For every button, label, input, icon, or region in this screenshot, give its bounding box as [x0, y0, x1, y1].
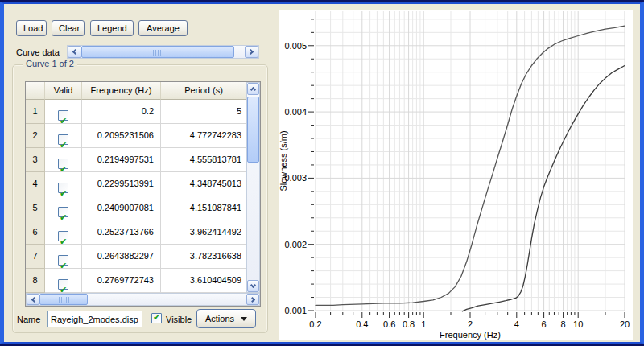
valid-checkbox[interactable] [58, 255, 68, 266]
curve-data-label: Curve data [16, 47, 60, 57]
table-hscrollbar-thumb[interactable] [39, 294, 88, 305]
period-cell[interactable]: 4.772742283 [161, 124, 247, 148]
x-tick-label: 10 [573, 319, 583, 329]
thumb-grip-icon [153, 50, 163, 56]
x-tick-label: 0.6 [383, 319, 395, 329]
dropdown-caret-icon [241, 317, 247, 321]
header-row-number [26, 82, 45, 100]
frequency-cell[interactable]: 0.2299513991 [82, 172, 161, 196]
table-body: 10.2520.20952315064.77274228330.21949975… [26, 100, 260, 293]
frequency-cell[interactable]: 0.2095231506 [82, 124, 161, 148]
visible-checkbox[interactable] [151, 313, 162, 323]
valid-checkbox[interactable] [58, 159, 68, 169]
scroll-right-button[interactable] [246, 294, 259, 305]
header-period[interactable]: Period (s) [161, 82, 247, 100]
chevron-left-icon [72, 49, 78, 55]
x-tick-label: 0.8 [402, 319, 415, 329]
period-cell[interactable]: 4.151087841 [161, 196, 247, 220]
frequency-cell[interactable]: 0.2409007081 [82, 196, 161, 220]
frequency-cell[interactable]: 0.2523713766 [82, 220, 161, 245]
scroll-left-button[interactable] [68, 46, 81, 58]
x-tick-label: 20 [620, 319, 630, 329]
period-cell[interactable]: 3.962414492 [161, 220, 247, 245]
frequency-cell[interactable]: 0.2194997531 [82, 148, 161, 172]
gridlines [316, 11, 625, 311]
table-vscrollbar-thumb[interactable] [247, 97, 259, 163]
valid-checkbox[interactable] [58, 207, 68, 217]
period-cell[interactable]: 3.782316638 [161, 245, 247, 269]
chevron-up-icon [250, 87, 256, 93]
scroll-right-button[interactable] [245, 46, 258, 58]
visible-label: Visible [166, 315, 192, 324]
period-cell[interactable]: 4.555813781 [161, 148, 247, 172]
x-tick-label: 0.2 [309, 319, 321, 329]
header-valid[interactable]: Valid [45, 82, 82, 100]
period-cell[interactable]: 5 [161, 100, 247, 124]
thumb-grip-icon [59, 297, 69, 303]
period-cell[interactable]: 4.348745013 [161, 172, 247, 196]
y-tick-label: 0.005 [284, 41, 307, 51]
average-button[interactable]: Average [138, 20, 188, 36]
scroll-left-button[interactable] [27, 294, 39, 305]
curve-groupbox: Curve 1 of 2 Valid Frequency (Hz) Period… [12, 64, 268, 333]
chevron-right-icon [249, 296, 254, 302]
curve-data-scrollbar-thumb[interactable] [81, 46, 234, 58]
row-number: 2 [26, 124, 45, 148]
valid-checkbox[interactable] [58, 110, 68, 121]
frequency-cell[interactable]: 0.2769772743 [82, 269, 161, 293]
row-number: 8 [26, 269, 45, 293]
scroll-down-button[interactable] [247, 280, 259, 292]
row-number: 6 [26, 220, 45, 245]
valid-checkbox[interactable] [58, 134, 68, 145]
valid-checkbox[interactable] [58, 231, 68, 241]
actions-button[interactable]: Actions [196, 309, 256, 328]
y-tick-label: 0.004 [284, 107, 307, 117]
table-vscrollbar[interactable] [246, 82, 260, 293]
actions-button-label: Actions [205, 312, 234, 326]
valid-cell [45, 100, 82, 124]
x-axis-title: Frequency (Hz) [440, 330, 501, 340]
chevron-left-icon [31, 296, 36, 302]
x-tick-label: 0.4 [356, 319, 368, 329]
curve-data-scrollbar[interactable] [67, 45, 259, 59]
plot-widget[interactable]: 0.20.40.60.81246810200.0010.0020.0030.00… [279, 10, 633, 340]
row-number: 3 [26, 148, 45, 172]
groupbox-title: Curve 1 of 2 [23, 59, 77, 68]
valid-checkbox[interactable] [58, 279, 68, 290]
x-tick-label: 1 [421, 319, 426, 329]
row-number: 4 [26, 172, 45, 196]
y-axis-title: Slowness (s/m) [279, 130, 288, 191]
table-hscrollbar[interactable] [26, 293, 260, 306]
row-number: 5 [26, 196, 45, 220]
y-tick-label: 0.001 [284, 306, 307, 315]
app-window: Load Clear Legend Average Curve data Cur… [0, 2, 644, 344]
frequency-cell[interactable]: 0.2 [82, 100, 161, 124]
clear-button[interactable]: Clear [52, 20, 85, 36]
header-frequency[interactable]: Frequency (Hz) [82, 82, 161, 100]
chevron-right-icon [248, 49, 254, 55]
x-tick-label: 6 [542, 319, 547, 329]
dispersion-plot[interactable]: 0.20.40.60.81246810200.0010.0020.0030.00… [279, 10, 633, 340]
name-input[interactable] [47, 311, 142, 327]
row-number: 7 [26, 245, 45, 269]
name-label: Name [17, 315, 40, 324]
load-button[interactable]: Load [16, 20, 47, 36]
row-number: 1 [26, 100, 45, 124]
chevron-down-icon [250, 282, 256, 287]
period-cell[interactable]: 3.610404509 [161, 269, 247, 293]
legend-button[interactable]: Legend [90, 20, 134, 36]
table-header: Valid Frequency (Hz) Period (s) [26, 82, 260, 100]
x-tick-label: 8 [561, 319, 566, 329]
y-tick-label: 0.002 [284, 240, 307, 249]
name-row: Name Visible Actions [13, 311, 267, 332]
valid-checkbox[interactable] [58, 183, 68, 193]
table-row[interactable]: 10.25 [26, 100, 260, 124]
curve-table: Valid Frequency (Hz) Period (s) 10.2520.… [25, 81, 261, 307]
frequency-cell[interactable]: 0.2643882297 [82, 245, 161, 269]
x-tick-label: 2 [468, 319, 473, 329]
plot-background [279, 10, 633, 340]
scroll-up-button[interactable] [247, 83, 259, 95]
x-tick-label: 4 [514, 319, 519, 329]
